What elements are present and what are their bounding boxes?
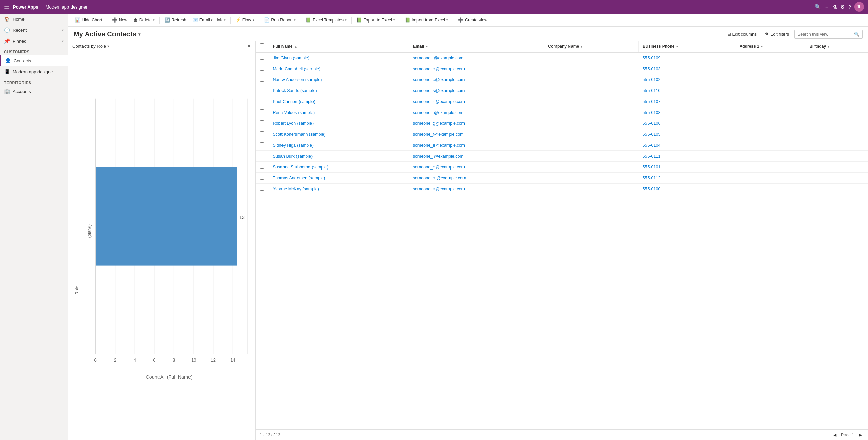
row-checkbox[interactable] — [260, 88, 264, 92]
cell-phone: 555-0102 — [639, 74, 735, 85]
excel-templates-button[interactable]: 📗 Excel Templates ▾ — [303, 16, 349, 24]
row-checkbox[interactable] — [260, 131, 264, 136]
sidebar-item-accounts[interactable]: 🏢 Accounts — [0, 86, 68, 97]
delete-button[interactable]: 🗑 Delete ▾ — [131, 16, 157, 24]
cell-fullname[interactable]: Paul Cannon (sample) — [273, 99, 315, 104]
settings-icon[interactable]: ⚙ — [840, 4, 845, 10]
row-checkbox[interactable] — [260, 153, 264, 158]
svg-text:8: 8 — [173, 357, 175, 363]
cell-fullname[interactable]: Susanna Stubberod (sample) — [273, 165, 329, 170]
app-icon: 📱 — [4, 69, 10, 74]
cell-email[interactable]: someone_c@example.com — [413, 77, 465, 82]
refresh-button[interactable]: 🔄 Refresh — [162, 16, 189, 24]
row-checkbox[interactable] — [260, 55, 264, 60]
email-link-button[interactable]: 📧 Email a Link ▾ — [190, 16, 228, 24]
cell-fullname[interactable]: Robert Lyon (sample) — [273, 121, 314, 126]
cell-email[interactable]: someone_k@example.com — [413, 88, 465, 93]
cell-address — [735, 107, 805, 118]
svg-text:0: 0 — [94, 357, 96, 363]
import-excel-button[interactable]: 📗 Import from Excel ▾ — [402, 16, 451, 24]
export-dropdown-icon: ▾ — [393, 18, 395, 22]
chart-close-icon[interactable]: ✕ — [247, 43, 251, 49]
sidebar-item-recent[interactable]: 🕐 Recent ▾ — [0, 25, 68, 35]
th-birthday[interactable]: Birthday ▾ — [805, 41, 868, 52]
th-email[interactable]: Email ▾ — [409, 41, 544, 52]
cell-email[interactable]: someone_i@example.com — [413, 110, 463, 115]
prev-page-button[interactable]: ◀ — [831, 432, 838, 438]
cell-birthday — [805, 107, 868, 118]
cell-email[interactable]: someone_g@example.com — [413, 121, 465, 126]
cell-email[interactable]: someone_h@example.com — [413, 99, 465, 104]
new-button[interactable]: ➕ New — [109, 16, 130, 24]
export-excel-button[interactable]: 📗 Export to Excel ▾ — [354, 16, 398, 24]
view-header: My Active Contacts ▾ ⊞ Edit columns ⚗ Ed… — [68, 27, 868, 41]
toolbar-sep-3 — [230, 17, 231, 24]
search-icon[interactable]: 🔍 — [814, 4, 821, 10]
filter-icon[interactable]: ⚗ — [833, 4, 837, 10]
run-report-button[interactable]: 📄 Run Report ▾ — [261, 16, 299, 24]
help-icon[interactable]: ? — [848, 4, 851, 10]
cell-fullname[interactable]: Rene Valdes (sample) — [273, 110, 315, 115]
cell-email[interactable]: someone_b@example.com — [413, 165, 465, 170]
app-brand: Power Apps — [13, 4, 43, 10]
cell-birthday — [805, 173, 868, 184]
cell-email[interactable]: someone_j@example.com — [413, 56, 463, 60]
cell-fullname[interactable]: Thomas Andersen (sample) — [273, 176, 325, 180]
cell-email[interactable]: someone_f@example.com — [413, 132, 464, 137]
cell-company — [544, 85, 639, 96]
app-name: Modern app designer — [46, 4, 88, 10]
sidebar-item-pinned[interactable]: 📌 Pinned ▾ — [0, 35, 68, 46]
th-address[interactable]: Address 1 ▾ — [735, 41, 805, 52]
search-input[interactable] — [797, 32, 852, 37]
cell-email[interactable]: someone_e@example.com — [413, 143, 465, 148]
sidebar-item-contacts[interactable]: 👤 Contacts — [0, 55, 68, 66]
cell-email[interactable]: someone_d@example.com — [413, 67, 465, 71]
th-company[interactable]: Company Name ▾ — [544, 41, 639, 52]
new-icon: ➕ — [112, 17, 118, 23]
plus-icon[interactable]: ＋ — [824, 4, 829, 10]
select-all-checkbox[interactable] — [260, 43, 264, 48]
cell-phone: 555-0107 — [639, 96, 735, 107]
toolbar-sep-1 — [107, 17, 107, 24]
search-icon: 🔍 — [854, 32, 859, 37]
row-checkbox[interactable] — [260, 66, 264, 71]
table-row: Jim Glynn (sample) someone_j@example.com… — [256, 52, 868, 63]
cell-fullname[interactable]: Yvonne McKay (sample) — [273, 187, 319, 191]
cell-fullname[interactable]: Maria Campbell (sample) — [273, 67, 321, 71]
chart-bar[interactable] — [96, 167, 237, 266]
hamburger-icon[interactable]: ☰ — [4, 4, 9, 10]
row-checkbox[interactable] — [260, 77, 264, 82]
cell-email[interactable]: someone_m@example.com — [413, 176, 466, 180]
cell-fullname[interactable]: Sidney Higa (sample) — [273, 143, 314, 148]
row-checkbox[interactable] — [260, 164, 264, 169]
cell-fullname[interactable]: Nancy Anderson (sample) — [273, 77, 322, 82]
avatar[interactable]: JL — [854, 2, 864, 12]
sidebar-item-modern-app[interactable]: 📱 Modern app designe... — [0, 66, 68, 77]
row-checkbox[interactable] — [260, 109, 264, 114]
cell-email[interactable]: someone_l@example.com — [413, 154, 463, 159]
sidebar-item-home[interactable]: 🏠 Home — [0, 14, 68, 25]
th-phone[interactable]: Business Phone ▾ — [639, 41, 735, 52]
next-page-button[interactable]: ▶ — [857, 432, 864, 438]
hide-chart-button[interactable]: 📊 Hide Chart — [72, 16, 105, 24]
cell-fullname[interactable]: Susan Burk (sample) — [273, 154, 313, 159]
chart-more-icon[interactable]: ⋯ — [240, 43, 245, 49]
cell-fullname[interactable]: Jim Glynn (sample) — [273, 56, 310, 60]
edit-columns-button[interactable]: ⊞ Edit columns — [725, 30, 760, 38]
flow-button[interactable]: ⚡ Flow ▾ — [233, 16, 257, 24]
row-checkbox[interactable] — [260, 99, 264, 103]
view-title[interactable]: My Active Contacts ▾ — [74, 30, 140, 38]
row-checkbox[interactable] — [260, 120, 264, 125]
row-checkbox[interactable] — [260, 142, 264, 147]
chart-title[interactable]: Contacts by Role ▾ — [72, 44, 109, 49]
sort-address-icon: ▾ — [761, 45, 763, 48]
cell-fullname[interactable]: Scott Konersmann (sample) — [273, 132, 326, 137]
th-full-name[interactable]: Full Name ▲ — [269, 41, 409, 52]
row-checkbox[interactable] — [260, 175, 264, 180]
cell-fullname[interactable]: Patrick Sands (sample) — [273, 88, 317, 93]
create-view-button[interactable]: ➕ Create view — [455, 16, 490, 24]
row-checkbox[interactable] — [260, 186, 264, 191]
cell-birthday — [805, 184, 868, 194]
edit-filters-button[interactable]: ⚗ Edit filters — [762, 30, 792, 38]
cell-email[interactable]: someone_a@example.com — [413, 187, 465, 191]
